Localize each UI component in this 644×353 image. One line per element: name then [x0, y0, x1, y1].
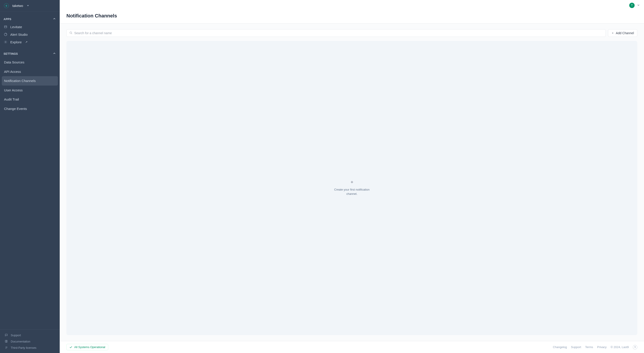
- app-logo: 9: [4, 3, 9, 8]
- section-label: SETTINGS: [4, 52, 18, 55]
- section-header-settings[interactable]: SETTINGS: [0, 50, 60, 58]
- svg-rect-2: [4, 26, 7, 28]
- search-icon: [69, 31, 72, 35]
- sidebar-item-user-access[interactable]: User Access: [0, 86, 60, 95]
- footer-item-label: Third-Party licenses: [11, 346, 36, 350]
- search-input[interactable]: [72, 29, 603, 37]
- footer-link-support[interactable]: Support: [571, 346, 581, 349]
- empty-state[interactable]: Create your first notification channel.: [66, 41, 637, 335]
- sidebar-footer: Support Documentation Third-Party licens…: [0, 330, 60, 353]
- sidebar-item-alert-studio[interactable]: Alert Studio: [0, 31, 60, 38]
- svg-text:9: 9: [6, 4, 7, 7]
- org-switcher[interactable]: 9 taketwo: [0, 0, 60, 12]
- empty-state-text: Create your first notification channel.: [334, 187, 370, 196]
- sidebar-footer-licenses[interactable]: Third-Party licenses: [0, 345, 60, 351]
- sidebar-item-label: Change Events: [4, 107, 27, 111]
- alert-icon: [4, 32, 8, 36]
- section-label: APPS: [4, 18, 12, 21]
- sidebar-item-label: Explore: [10, 40, 22, 44]
- sidebar-footer-documentation[interactable]: Documentation: [0, 338, 60, 345]
- book-icon: [4, 340, 8, 343]
- sidebar-item-label: Data Sources: [4, 60, 24, 64]
- chevron-down-icon[interactable]: [637, 3, 640, 7]
- sidebar-item-label: API Access: [4, 70, 21, 73]
- sidebar-item-audit-trail[interactable]: Audit Trail: [0, 95, 60, 104]
- search-container[interactable]: [66, 29, 606, 37]
- sidebar-item-levitate[interactable]: Levitate: [0, 23, 60, 31]
- database-icon: [4, 25, 8, 29]
- sidebar: 9 taketwo APPS Levitate Alert Studio: [0, 0, 60, 353]
- chevron-up-icon: [52, 17, 56, 21]
- topbar: T: [60, 0, 644, 11]
- external-link-icon: ↗: [25, 40, 28, 43]
- sidebar-sections: APPS Levitate Alert Studio Explore ↗: [0, 12, 60, 330]
- sidebar-footer-support[interactable]: Support: [0, 332, 60, 338]
- page-content: Add Channel Create your first notificati…: [60, 23, 644, 341]
- sidebar-item-notification-channels[interactable]: Notification Channels: [2, 76, 58, 86]
- page-header: Notification Channels: [60, 11, 644, 23]
- system-status[interactable]: All Systems Operational: [66, 344, 108, 350]
- sidebar-item-api-access[interactable]: API Access: [0, 67, 60, 76]
- check-icon: [69, 346, 72, 349]
- list-icon: [4, 346, 8, 350]
- svg-point-4: [4, 33, 7, 36]
- chevron-up-icon: [52, 52, 56, 56]
- footer-item-label: Support: [11, 334, 21, 337]
- footer-link-terms[interactable]: Terms: [585, 346, 593, 349]
- svg-point-5: [5, 41, 6, 42]
- sidebar-item-label: User Access: [4, 88, 22, 92]
- toolbar: Add Channel: [66, 29, 637, 37]
- footer-link-privacy[interactable]: Privacy: [597, 346, 607, 349]
- chat-icon: [4, 333, 8, 337]
- avatar-initial: T: [631, 4, 632, 7]
- plus-icon: [350, 180, 354, 185]
- plus-icon: [611, 32, 614, 34]
- footer-logo: 9: [633, 345, 637, 350]
- footer-link-changelog[interactable]: Changelog: [553, 346, 567, 349]
- sidebar-item-data-sources[interactable]: Data Sources: [0, 58, 60, 67]
- add-button-label: Add Channel: [616, 31, 634, 35]
- org-name: taketwo: [12, 4, 23, 7]
- page-title: Notification Channels: [66, 13, 637, 19]
- footer-item-label: Documentation: [11, 340, 30, 343]
- sidebar-item-label: Audit Trail: [4, 97, 19, 101]
- section-header-apps[interactable]: APPS: [0, 15, 60, 23]
- avatar[interactable]: T: [629, 3, 634, 8]
- svg-point-9: [70, 32, 72, 33]
- copyright: © 2024, Last9: [611, 346, 629, 349]
- footer-links: Changelog Support Terms Privacy © 2024, …: [553, 345, 637, 350]
- sidebar-item-explore[interactable]: Explore ↗: [0, 38, 60, 46]
- sidebar-item-label: Alert Studio: [10, 33, 28, 36]
- sidebar-item-label: Levitate: [10, 25, 22, 29]
- status-text: All Systems Operational: [74, 346, 105, 349]
- svg-line-10: [72, 33, 72, 34]
- footer-bar: All Systems Operational Changelog Suppor…: [60, 341, 644, 353]
- add-channel-button[interactable]: Add Channel: [608, 29, 637, 37]
- sidebar-item-change-events[interactable]: Change Events: [0, 104, 60, 113]
- dropdown-icon: [27, 5, 29, 6]
- main: T Notification Channels Add Channel: [60, 0, 644, 353]
- sidebar-item-label: Notification Channels: [4, 79, 36, 83]
- gear-icon: [4, 40, 8, 44]
